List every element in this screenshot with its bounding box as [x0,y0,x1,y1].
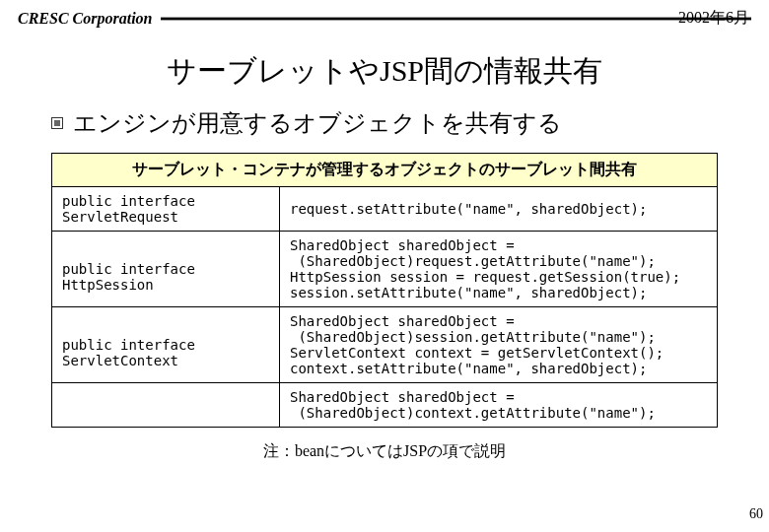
table-row: public interface ServletRequest request.… [52,187,717,232]
cell-left [52,383,280,428]
cell-left: public interface ServletContext [52,307,280,383]
table-row: SharedObject sharedObject = (SharedObjec… [52,383,717,428]
page-number: 60 [749,506,763,522]
header-rule [161,17,752,21]
subtitle-row: エンジンが用意するオブジェクトを共有する [51,107,769,139]
note-suffix: についてはJSPの項で説明 [324,442,506,459]
note-prefix: 注： [263,442,295,459]
table-row: public interface HttpSession SharedObjec… [52,232,717,307]
bullet-icon [51,117,63,129]
info-box: サーブレット・コンテナが管理するオブジェクトのサーブレット間共有 public … [51,153,718,428]
cell-right: request.setAttribute("name", sharedObjec… [280,187,718,232]
box-header: サーブレット・コンテナが管理するオブジェクトのサーブレット間共有 [52,154,717,187]
footnote: 注：beanについてはJSPの項で説明 [0,441,769,462]
cell-left: public interface HttpSession [52,232,280,307]
cell-left: public interface ServletRequest [52,187,280,232]
note-bean: bean [295,442,324,459]
cell-right: SharedObject sharedObject = (SharedObjec… [280,232,718,307]
cell-right: SharedObject sharedObject = (SharedObjec… [280,383,718,428]
subtitle-text: エンジンが用意するオブジェクトを共有する [73,107,562,139]
corp-name: CRESC Corporation [18,10,153,28]
share-table: public interface ServletRequest request.… [52,187,717,427]
date-label: 2002年6月 [678,8,749,29]
cell-right: SharedObject sharedObject = (SharedObjec… [280,307,718,383]
table-row: public interface ServletContext SharedOb… [52,307,717,383]
page-title: サーブレットやJSP間の情報共有 [0,51,769,92]
